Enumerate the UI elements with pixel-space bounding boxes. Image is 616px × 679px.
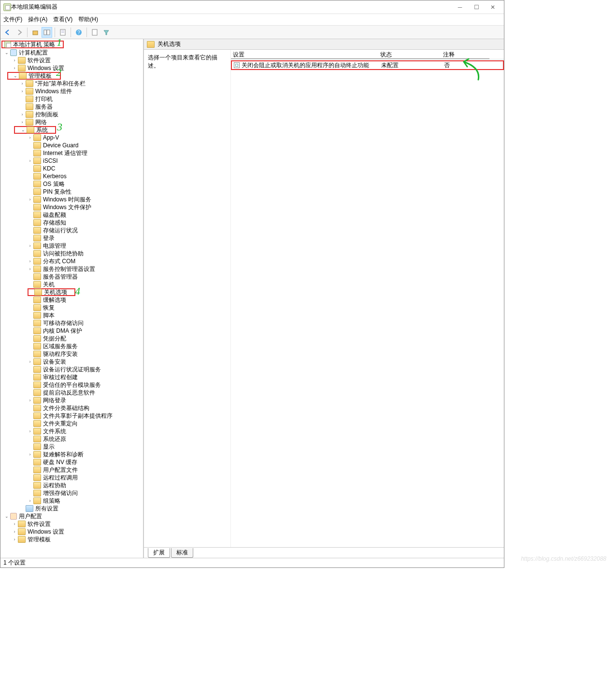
tree-panel[interactable]: 本地计算机 策略 ⌄计算机配置 ›软件设置 ›Windows 设置 ⌄管理模板 …: [0, 39, 143, 558]
tree-net-logon[interactable]: ›网络登录: [0, 396, 143, 404]
show-tree-button[interactable]: [42, 27, 52, 38]
up-button[interactable]: [30, 27, 41, 38]
annotation-2: 2: [56, 66, 61, 79]
tree-device-run-health[interactable]: 设备运行状况证明服务: [0, 366, 143, 373]
tree-kerberos[interactable]: Kerberos: [0, 172, 143, 180]
tree-user-config[interactable]: ⌄用户配置: [0, 512, 143, 520]
menubar: 文件(F) 操作(A) 查看(V) 帮助(H): [0, 14, 504, 26]
annotation-arrow-5: [457, 58, 482, 83]
tree-computer-config[interactable]: ⌄计算机配置: [0, 49, 143, 57]
tree-scripts[interactable]: 脚本: [0, 311, 143, 319]
tree-file-share-shadow[interactable]: 文件共享影子副本提供程序: [0, 412, 143, 420]
tree-enhanced-storage[interactable]: 增强存储访问: [0, 489, 143, 497]
tree-remote-assist[interactable]: 远程协助: [0, 481, 143, 489]
tree-remote-proc[interactable]: 远程过程调用: [0, 474, 143, 481]
content-tabs: 扩展 标准: [144, 547, 504, 558]
tree-software-settings[interactable]: ›软件设置: [0, 57, 143, 64]
annotation-3: 3: [57, 121, 62, 133]
tree-device-guard[interactable]: Device Guard: [0, 141, 143, 149]
tree-storage-health[interactable]: 存储运行状况: [0, 226, 143, 234]
tree-os-policy[interactable]: OS 策略: [0, 180, 143, 188]
tree-win-time[interactable]: ›Windows 时间服务: [0, 196, 143, 203]
tree-user-profile[interactable]: 用户配置文件: [0, 466, 143, 474]
tree-u-admin[interactable]: ›管理模板: [0, 536, 143, 543]
tree-storage-sense[interactable]: 存储感知: [0, 219, 143, 226]
tree-kernel-dma[interactable]: 内核 DMA 保护: [0, 327, 143, 335]
tree-printer[interactable]: 打印机: [0, 95, 143, 103]
tree-group-policy[interactable]: ›组策略: [0, 497, 143, 505]
tree-windows-settings[interactable]: ›Windows 设置: [0, 64, 143, 72]
tree-dist-com[interactable]: ›分布式 COM: [0, 257, 143, 265]
statusbar: 1 个设置: [0, 558, 504, 567]
tree-file-class-basic[interactable]: 文件分类基础结构: [0, 404, 143, 412]
app-icon: [3, 3, 11, 11]
menu-help[interactable]: 帮助(H): [78, 15, 98, 24]
tree-network[interactable]: ›网络: [0, 118, 143, 126]
tree-internet-comm[interactable]: Internet 通信管理: [0, 149, 143, 157]
col-setting[interactable]: 设置: [231, 50, 378, 59]
tree-cred-assign[interactable]: 凭据分配: [0, 335, 143, 342]
menu-file[interactable]: 文件(F): [3, 15, 22, 24]
description-text: 选择一个项目来查看它的描述。: [148, 54, 217, 69]
tree-system[interactable]: ⌄系统: [14, 126, 56, 134]
tree-appv[interactable]: ›App-V: [0, 134, 143, 141]
tree-early-launch[interactable]: 提前启动反恶意软件: [0, 389, 143, 396]
titlebar: 本地组策略编辑器 ─ ☐ ✕: [0, 0, 504, 14]
tree-scm-settings[interactable]: ›服务控制管理器设置: [0, 265, 143, 273]
tree-file-system[interactable]: ›文件系统: [0, 427, 143, 435]
tree-troubleshoot[interactable]: ›疑难解答和诊断: [0, 451, 143, 458]
tree-device-install[interactable]: ›设备安装: [0, 358, 143, 366]
tree-root[interactable]: 本地计算机 策略: [1, 41, 64, 48]
close-button[interactable]: ✕: [485, 2, 501, 13]
tab-standard[interactable]: 标准: [171, 548, 193, 558]
svg-rect-1: [44, 30, 46, 35]
tree-display[interactable]: 显示: [0, 443, 143, 451]
tree-pin-complexity[interactable]: PIN 复杂性: [0, 188, 143, 196]
tree-regional-services[interactable]: 区域服务服务: [0, 342, 143, 350]
menu-view[interactable]: 查看(V): [53, 15, 72, 24]
options-button[interactable]: [89, 27, 100, 38]
tree-u-software[interactable]: ›软件设置: [0, 520, 143, 528]
tree-win-file-protect[interactable]: Windows 文件保护: [0, 203, 143, 211]
description-pane: 选择一个项目来查看它的描述。: [144, 50, 231, 547]
tree-logon[interactable]: 登录: [0, 234, 143, 242]
tree-power-mgmt[interactable]: ›电源管理: [0, 242, 143, 250]
tree-disk-nv-cache[interactable]: 硬盘 NV 缓存: [0, 458, 143, 466]
tree-kdc[interactable]: KDC: [0, 165, 143, 172]
window-title: 本地组策略编辑器: [11, 3, 57, 11]
tree-iscsi[interactable]: ›iSCSI: [0, 157, 143, 165]
tree-removable-storage[interactable]: 可移动存储访问: [0, 319, 143, 327]
tree-start-menu[interactable]: ›“开始”菜单和任务栏: [0, 80, 143, 87]
tree-disk-quota[interactable]: 磁盘配额: [0, 211, 143, 219]
status-text: 1 个设置: [3, 559, 26, 567]
help-button[interactable]: ?: [73, 27, 84, 38]
tree-audit-proc-create[interactable]: 审核过程创建: [0, 373, 143, 381]
settings-list[interactable]: 设置 状态 注释 关闭会阻止或取消关机的应用程序的自动终止功能 未配置 否: [231, 50, 504, 547]
tree-denied-access[interactable]: 访问被拒绝协助: [0, 250, 143, 257]
content-title: 关机选项: [158, 40, 181, 48]
filter-button[interactable]: [101, 27, 112, 38]
tree-shutdown[interactable]: 关机: [0, 281, 143, 288]
tree-all-settings[interactable]: 所有设置: [0, 505, 143, 512]
tree-control-panel[interactable]: ›控制面板: [0, 111, 143, 118]
svg-rect-0: [33, 31, 38, 35]
minimize-button[interactable]: ─: [452, 2, 468, 13]
tree-folder-redir[interactable]: 文件夹重定向: [0, 420, 143, 427]
tab-extended[interactable]: 扩展: [148, 548, 170, 558]
tree-trusted-platform[interactable]: 受信任的平台模块服务: [0, 381, 143, 389]
tree-buffer-options[interactable]: 缓解选项: [0, 296, 143, 304]
tree-admin-templates[interactable]: ⌄管理模板: [7, 72, 61, 80]
tree-shutdown-options[interactable]: 关机选项: [28, 288, 75, 296]
tree-server[interactable]: 服务器: [0, 103, 143, 111]
tree-system-restore[interactable]: 系统还原: [0, 435, 143, 443]
tree-server-mgr[interactable]: 服务器管理器: [0, 273, 143, 281]
col-status[interactable]: 状态: [378, 50, 441, 59]
tree-win-components[interactable]: ›Windows 组件: [0, 87, 143, 95]
tree-recovery[interactable]: 恢复: [0, 304, 143, 311]
forward-button[interactable]: [14, 27, 25, 38]
menu-action[interactable]: 操作(A): [28, 15, 47, 24]
back-button[interactable]: [2, 27, 13, 38]
tree-u-windows[interactable]: ›Windows 设置: [0, 528, 143, 536]
maximize-button[interactable]: ☐: [468, 2, 485, 13]
tree-driver-install[interactable]: 驱动程序安装: [0, 350, 143, 358]
